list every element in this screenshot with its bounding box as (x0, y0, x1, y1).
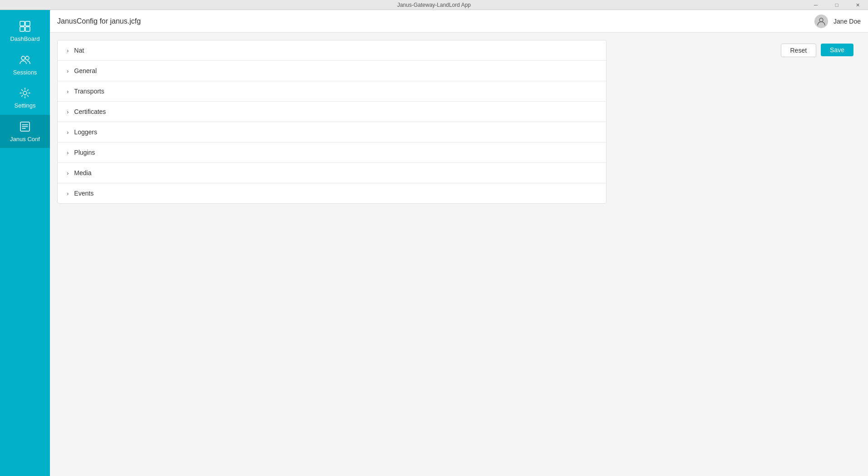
title-bar: Janus-Gateway-LandLord App ─ □ ✕ (0, 0, 868, 10)
chevron-icon-general: › (67, 68, 69, 74)
svg-point-6 (23, 91, 27, 95)
window-title: Janus-Gateway-LandLord App (397, 2, 471, 8)
avatar (814, 15, 828, 28)
config-row-transports[interactable]: ›Transports (58, 81, 606, 102)
chevron-icon-nat: › (67, 47, 69, 54)
svg-rect-2 (20, 27, 25, 31)
config-panel: ›Nat›General›Transports›Certificates›Log… (57, 40, 607, 204)
chevron-icon-certificates: › (67, 108, 69, 115)
sidebar-item-sessions[interactable]: Sessions (0, 48, 50, 82)
config-label-plugins: Plugins (74, 149, 95, 156)
chevron-icon-loggers: › (67, 129, 69, 136)
config-row-loggers[interactable]: ›Loggers (58, 122, 606, 142)
sidebar: DashBoard Sessions Settings (0, 10, 50, 476)
window-controls: ─ □ ✕ (805, 0, 868, 10)
config-row-media[interactable]: ›Media (58, 163, 606, 183)
config-label-events: Events (74, 190, 94, 197)
config-label-general: General (74, 67, 97, 74)
janus-conf-icon (19, 120, 31, 133)
chevron-icon-events: › (67, 190, 69, 197)
config-row-plugins[interactable]: ›Plugins (58, 142, 606, 163)
config-row-general[interactable]: ›General (58, 61, 606, 81)
sidebar-item-settings[interactable]: Settings (0, 81, 50, 115)
svg-rect-3 (25, 27, 30, 31)
user-name: Jane Doe (833, 18, 861, 25)
config-row-nat[interactable]: ›Nat (58, 40, 606, 61)
dashboard-icon (19, 20, 31, 33)
sidebar-sessions-label: Sessions (13, 69, 37, 76)
close-button[interactable]: ✕ (847, 0, 868, 10)
config-row-events[interactable]: ›Events (58, 183, 606, 203)
svg-point-11 (819, 18, 823, 22)
save-button[interactable]: Save (821, 44, 853, 56)
config-label-certificates: Certificates (74, 108, 106, 115)
maximize-button[interactable]: □ (826, 0, 847, 10)
reset-button[interactable]: Reset (781, 44, 817, 57)
main-content: ›Nat›General›Transports›Certificates›Log… (50, 33, 868, 476)
config-row-certificates[interactable]: ›Certificates (58, 102, 606, 122)
svg-point-4 (21, 56, 25, 60)
config-label-nat: Nat (74, 47, 84, 54)
chevron-icon-media: › (67, 170, 69, 177)
sidebar-item-janus-conf[interactable]: Janus Conf (0, 115, 50, 148)
svg-rect-0 (20, 21, 25, 26)
content-area: ›Nat›General›Transports›Certificates›Log… (50, 33, 868, 476)
config-label-transports: Transports (74, 88, 104, 95)
minimize-button[interactable]: ─ (805, 0, 826, 10)
config-label-loggers: Loggers (74, 128, 97, 136)
sidebar-dashboard-label: DashBoard (10, 35, 39, 43)
chevron-icon-transports: › (67, 88, 69, 95)
chevron-icon-plugins: › (67, 149, 69, 156)
page-header: JanusConfig for janus.jcfg Jane Doe (50, 10, 868, 33)
header-right: Jane Doe (814, 15, 861, 28)
app-container: DashBoard Sessions Settings (0, 10, 868, 476)
svg-point-5 (25, 56, 29, 60)
svg-rect-1 (25, 21, 30, 26)
action-buttons: Reset Save (781, 36, 861, 57)
sidebar-item-dashboard[interactable]: DashBoard (0, 15, 50, 48)
config-label-media: Media (74, 169, 91, 177)
sidebar-settings-label: Settings (15, 102, 36, 109)
page-title: JanusConfig for janus.jcfg (57, 17, 141, 25)
main-wrapper: JanusConfig for janus.jcfg Jane Doe Rese… (50, 10, 868, 476)
settings-icon (19, 87, 31, 99)
sidebar-janus-conf-label: Janus Conf (10, 136, 40, 143)
sessions-icon (19, 54, 31, 66)
